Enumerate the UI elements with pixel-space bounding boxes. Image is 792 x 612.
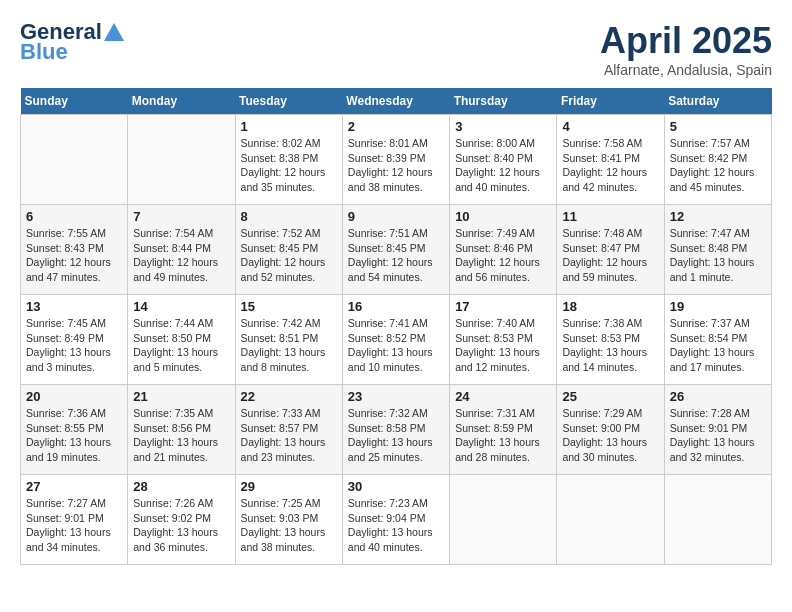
day-info: Sunrise: 7:32 AM Sunset: 8:58 PM Dayligh… — [348, 406, 444, 465]
calendar-cell: 4Sunrise: 7:58 AM Sunset: 8:41 PM Daylig… — [557, 115, 664, 205]
calendar-cell: 17Sunrise: 7:40 AM Sunset: 8:53 PM Dayli… — [450, 295, 557, 385]
day-info: Sunrise: 7:45 AM Sunset: 8:49 PM Dayligh… — [26, 316, 122, 375]
day-number: 22 — [241, 389, 337, 404]
calendar-cell: 26Sunrise: 7:28 AM Sunset: 9:01 PM Dayli… — [664, 385, 771, 475]
calendar-week-2: 6Sunrise: 7:55 AM Sunset: 8:43 PM Daylig… — [21, 205, 772, 295]
day-info: Sunrise: 7:28 AM Sunset: 9:01 PM Dayligh… — [670, 406, 766, 465]
calendar-subtitle: Alfarnate, Andalusia, Spain — [600, 62, 772, 78]
calendar-cell: 30Sunrise: 7:23 AM Sunset: 9:04 PM Dayli… — [342, 475, 449, 565]
col-saturday: Saturday — [664, 88, 771, 115]
day-info: Sunrise: 7:57 AM Sunset: 8:42 PM Dayligh… — [670, 136, 766, 195]
page-header: General Blue April 2025 Alfarnate, Andal… — [20, 20, 772, 78]
day-info: Sunrise: 7:35 AM Sunset: 8:56 PM Dayligh… — [133, 406, 229, 465]
calendar-cell — [21, 115, 128, 205]
day-info: Sunrise: 7:41 AM Sunset: 8:52 PM Dayligh… — [348, 316, 444, 375]
calendar-cell — [664, 475, 771, 565]
calendar-week-5: 27Sunrise: 7:27 AM Sunset: 9:01 PM Dayli… — [21, 475, 772, 565]
col-friday: Friday — [557, 88, 664, 115]
day-info: Sunrise: 7:26 AM Sunset: 9:02 PM Dayligh… — [133, 496, 229, 555]
svg-marker-0 — [104, 23, 124, 41]
calendar-cell: 22Sunrise: 7:33 AM Sunset: 8:57 PM Dayli… — [235, 385, 342, 475]
day-number: 26 — [670, 389, 766, 404]
day-info: Sunrise: 7:58 AM Sunset: 8:41 PM Dayligh… — [562, 136, 658, 195]
day-number: 27 — [26, 479, 122, 494]
day-info: Sunrise: 7:42 AM Sunset: 8:51 PM Dayligh… — [241, 316, 337, 375]
calendar-table: Sunday Monday Tuesday Wednesday Thursday… — [20, 88, 772, 565]
day-info: Sunrise: 7:27 AM Sunset: 9:01 PM Dayligh… — [26, 496, 122, 555]
calendar-cell: 2Sunrise: 8:01 AM Sunset: 8:39 PM Daylig… — [342, 115, 449, 205]
day-number: 13 — [26, 299, 122, 314]
day-number: 3 — [455, 119, 551, 134]
calendar-cell: 19Sunrise: 7:37 AM Sunset: 8:54 PM Dayli… — [664, 295, 771, 385]
calendar-cell: 20Sunrise: 7:36 AM Sunset: 8:55 PM Dayli… — [21, 385, 128, 475]
day-info: Sunrise: 7:36 AM Sunset: 8:55 PM Dayligh… — [26, 406, 122, 465]
day-number: 15 — [241, 299, 337, 314]
calendar-cell: 13Sunrise: 7:45 AM Sunset: 8:49 PM Dayli… — [21, 295, 128, 385]
day-info: Sunrise: 7:48 AM Sunset: 8:47 PM Dayligh… — [562, 226, 658, 285]
day-info: Sunrise: 7:29 AM Sunset: 9:00 PM Dayligh… — [562, 406, 658, 465]
calendar-cell: 28Sunrise: 7:26 AM Sunset: 9:02 PM Dayli… — [128, 475, 235, 565]
calendar-cell: 29Sunrise: 7:25 AM Sunset: 9:03 PM Dayli… — [235, 475, 342, 565]
calendar-cell — [128, 115, 235, 205]
day-info: Sunrise: 7:23 AM Sunset: 9:04 PM Dayligh… — [348, 496, 444, 555]
day-info: Sunrise: 7:37 AM Sunset: 8:54 PM Dayligh… — [670, 316, 766, 375]
day-number: 5 — [670, 119, 766, 134]
calendar-cell — [450, 475, 557, 565]
logo: General Blue — [20, 20, 124, 64]
col-thursday: Thursday — [450, 88, 557, 115]
calendar-cell: 16Sunrise: 7:41 AM Sunset: 8:52 PM Dayli… — [342, 295, 449, 385]
title-block: April 2025 Alfarnate, Andalusia, Spain — [600, 20, 772, 78]
day-number: 8 — [241, 209, 337, 224]
day-number: 14 — [133, 299, 229, 314]
day-info: Sunrise: 7:55 AM Sunset: 8:43 PM Dayligh… — [26, 226, 122, 285]
day-info: Sunrise: 8:02 AM Sunset: 8:38 PM Dayligh… — [241, 136, 337, 195]
col-monday: Monday — [128, 88, 235, 115]
day-info: Sunrise: 7:25 AM Sunset: 9:03 PM Dayligh… — [241, 496, 337, 555]
calendar-cell: 12Sunrise: 7:47 AM Sunset: 8:48 PM Dayli… — [664, 205, 771, 295]
col-wednesday: Wednesday — [342, 88, 449, 115]
logo-arrow-icon — [104, 23, 124, 41]
day-number: 29 — [241, 479, 337, 494]
day-info: Sunrise: 7:31 AM Sunset: 8:59 PM Dayligh… — [455, 406, 551, 465]
day-number: 9 — [348, 209, 444, 224]
day-info: Sunrise: 7:44 AM Sunset: 8:50 PM Dayligh… — [133, 316, 229, 375]
calendar-cell: 15Sunrise: 7:42 AM Sunset: 8:51 PM Dayli… — [235, 295, 342, 385]
calendar-cell: 14Sunrise: 7:44 AM Sunset: 8:50 PM Dayli… — [128, 295, 235, 385]
calendar-cell: 9Sunrise: 7:51 AM Sunset: 8:45 PM Daylig… — [342, 205, 449, 295]
day-number: 24 — [455, 389, 551, 404]
day-number: 1 — [241, 119, 337, 134]
calendar-week-4: 20Sunrise: 7:36 AM Sunset: 8:55 PM Dayli… — [21, 385, 772, 475]
calendar-cell: 25Sunrise: 7:29 AM Sunset: 9:00 PM Dayli… — [557, 385, 664, 475]
day-info: Sunrise: 7:47 AM Sunset: 8:48 PM Dayligh… — [670, 226, 766, 285]
day-info: Sunrise: 7:51 AM Sunset: 8:45 PM Dayligh… — [348, 226, 444, 285]
day-number: 18 — [562, 299, 658, 314]
day-number: 25 — [562, 389, 658, 404]
calendar-cell: 21Sunrise: 7:35 AM Sunset: 8:56 PM Dayli… — [128, 385, 235, 475]
day-number: 12 — [670, 209, 766, 224]
calendar-cell: 18Sunrise: 7:38 AM Sunset: 8:53 PM Dayli… — [557, 295, 664, 385]
calendar-cell: 27Sunrise: 7:27 AM Sunset: 9:01 PM Dayli… — [21, 475, 128, 565]
calendar-cell: 7Sunrise: 7:54 AM Sunset: 8:44 PM Daylig… — [128, 205, 235, 295]
day-number: 30 — [348, 479, 444, 494]
day-number: 11 — [562, 209, 658, 224]
day-info: Sunrise: 7:49 AM Sunset: 8:46 PM Dayligh… — [455, 226, 551, 285]
day-number: 28 — [133, 479, 229, 494]
col-tuesday: Tuesday — [235, 88, 342, 115]
day-info: Sunrise: 7:33 AM Sunset: 8:57 PM Dayligh… — [241, 406, 337, 465]
day-info: Sunrise: 7:40 AM Sunset: 8:53 PM Dayligh… — [455, 316, 551, 375]
calendar-cell: 10Sunrise: 7:49 AM Sunset: 8:46 PM Dayli… — [450, 205, 557, 295]
day-number: 19 — [670, 299, 766, 314]
day-number: 6 — [26, 209, 122, 224]
logo-text-line2: Blue — [20, 40, 68, 64]
calendar-cell: 6Sunrise: 7:55 AM Sunset: 8:43 PM Daylig… — [21, 205, 128, 295]
calendar-week-3: 13Sunrise: 7:45 AM Sunset: 8:49 PM Dayli… — [21, 295, 772, 385]
calendar-cell: 3Sunrise: 8:00 AM Sunset: 8:40 PM Daylig… — [450, 115, 557, 205]
day-number: 16 — [348, 299, 444, 314]
day-number: 21 — [133, 389, 229, 404]
calendar-cell: 11Sunrise: 7:48 AM Sunset: 8:47 PM Dayli… — [557, 205, 664, 295]
day-info: Sunrise: 8:01 AM Sunset: 8:39 PM Dayligh… — [348, 136, 444, 195]
day-info: Sunrise: 8:00 AM Sunset: 8:40 PM Dayligh… — [455, 136, 551, 195]
day-number: 4 — [562, 119, 658, 134]
calendar-title: April 2025 — [600, 20, 772, 62]
day-info: Sunrise: 7:38 AM Sunset: 8:53 PM Dayligh… — [562, 316, 658, 375]
